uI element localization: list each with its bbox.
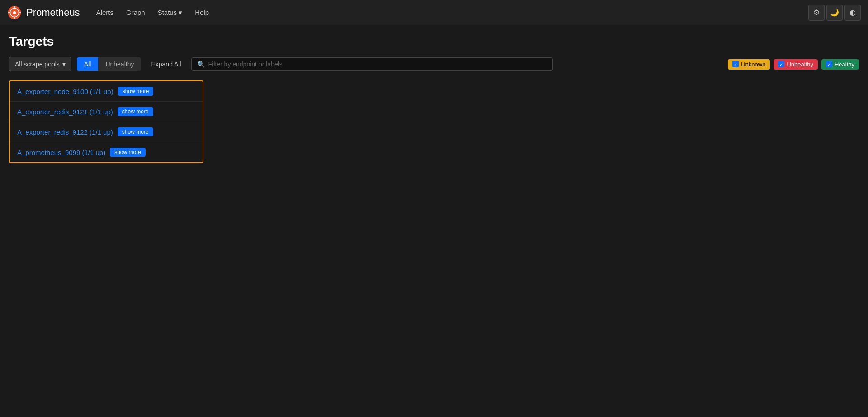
- navbar-icons: ⚙ 🌙 ◐: [808, 5, 861, 21]
- unhealthy-checkbox: ✓: [778, 61, 784, 67]
- filter-unknown-chip[interactable]: ✓ Unknown: [728, 59, 770, 70]
- unknown-checkbox: ✓: [732, 61, 739, 67]
- svg-point-2: [13, 11, 16, 14]
- nav-alerts[interactable]: Alerts: [91, 5, 119, 20]
- target-link-2[interactable]: A_exporter_redis_9122 (1/1 up): [17, 128, 113, 136]
- dropdown-arrow-icon: ▾: [62, 61, 66, 68]
- prometheus-logo: [7, 5, 22, 20]
- filter-unhealthy-chip[interactable]: ✓ Unhealthy: [774, 59, 818, 70]
- filter-group: All Unhealthy: [77, 57, 142, 71]
- filter-unhealthy-button[interactable]: Unhealthy: [98, 57, 141, 71]
- target-link-3[interactable]: A_prometheus_9099 (1/1 up): [17, 149, 105, 156]
- healthy-checkbox: ✓: [826, 61, 832, 67]
- search-icon: 🔍: [197, 61, 205, 68]
- show-more-button-3[interactable]: show more: [110, 148, 146, 157]
- expand-all-button[interactable]: Expand All: [146, 57, 185, 71]
- target-link-0[interactable]: A_exporter_node_9100 (1/1 up): [17, 88, 113, 95]
- show-more-button-2[interactable]: show more: [118, 127, 153, 136]
- target-item: A_exporter_node_9100 (1/1 up)show more: [10, 81, 203, 102]
- target-link-1[interactable]: A_exporter_redis_9121 (1/1 up): [17, 108, 113, 116]
- page-content: Targets All scrape pools ▾ All Unhealthy…: [0, 25, 868, 172]
- brand: Prometheus: [7, 5, 80, 20]
- settings-button[interactable]: ⚙: [808, 5, 825, 21]
- theme-moon-button[interactable]: 🌙: [826, 5, 843, 21]
- navbar: Prometheus Alerts Graph Status ▾ Help ⚙ …: [0, 0, 868, 25]
- scrape-pools-button[interactable]: All scrape pools ▾: [9, 57, 71, 71]
- filter-healthy-chip[interactable]: ✓ Healthy: [821, 59, 859, 70]
- status-filters: ✓ Unknown ✓ Unhealthy ✓ Healthy: [728, 59, 859, 70]
- toolbar: All scrape pools ▾ All Unhealthy Expand …: [9, 57, 859, 71]
- show-more-button-1[interactable]: show more: [118, 107, 153, 116]
- target-item: A_exporter_redis_9121 (1/1 up)show more: [10, 102, 203, 122]
- brand-name: Prometheus: [26, 7, 80, 19]
- search-input[interactable]: [208, 61, 547, 68]
- search-container: 🔍: [191, 57, 553, 71]
- filter-all-button[interactable]: All: [77, 57, 99, 71]
- show-more-button-0[interactable]: show more: [118, 87, 154, 96]
- nav-help[interactable]: Help: [189, 5, 214, 20]
- targets-container: A_exporter_node_9100 (1/1 up)show moreA_…: [9, 80, 203, 163]
- page-title: Targets: [9, 34, 859, 49]
- chevron-down-icon: ▾: [179, 9, 182, 17]
- navbar-links: Alerts Graph Status ▾ Help: [91, 5, 808, 20]
- nav-status[interactable]: Status ▾: [152, 5, 188, 20]
- target-item: A_exporter_redis_9122 (1/1 up)show more: [10, 122, 203, 142]
- contrast-button[interactable]: ◐: [844, 5, 861, 21]
- target-item: A_prometheus_9099 (1/1 up)show more: [10, 142, 203, 162]
- nav-graph[interactable]: Graph: [121, 5, 151, 20]
